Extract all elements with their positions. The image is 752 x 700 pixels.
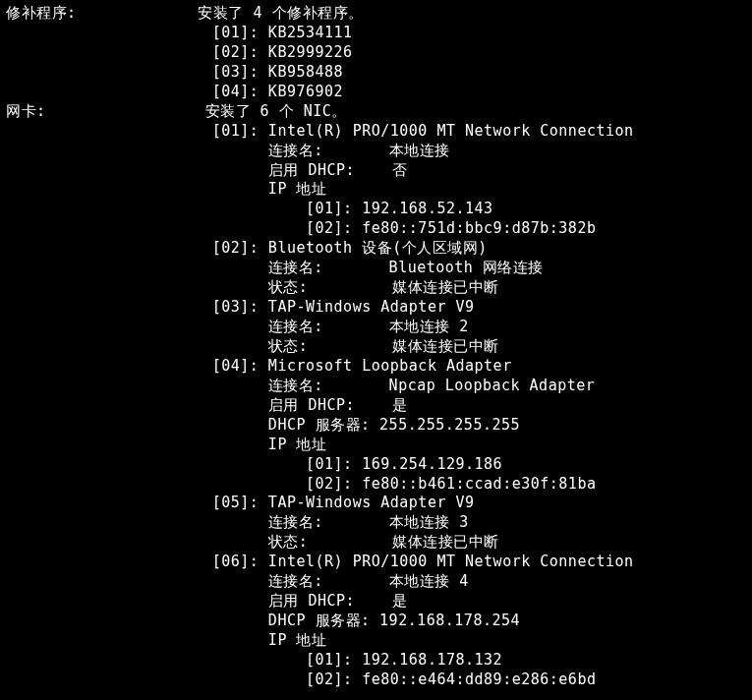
terminal-output: 修补程序: 安装了 4 个修补程序。 [01]: KB2534111 [02]:… [6,4,746,690]
